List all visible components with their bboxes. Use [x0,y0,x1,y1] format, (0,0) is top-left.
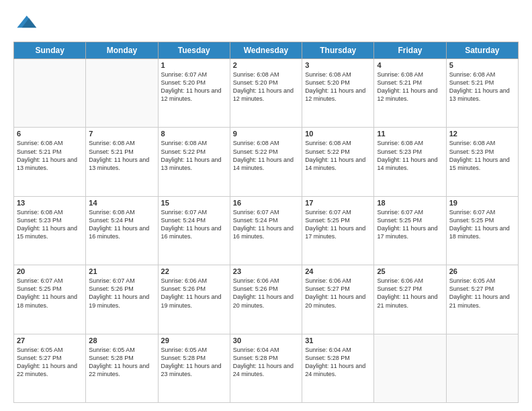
page: SundayMondayTuesdayWednesdayThursdayFrid… [0,0,532,411]
day-number: 5 [449,61,515,69]
calendar-cell: 9Sunrise: 6:08 AM Sunset: 5:22 PM Daylig… [230,128,302,196]
day-info: Sunrise: 6:05 AM Sunset: 5:27 PM Dayligh… [17,346,83,379]
day-info: Sunrise: 6:07 AM Sunset: 5:24 PM Dayligh… [161,208,227,241]
calendar-cell: 12Sunrise: 6:08 AM Sunset: 5:23 PM Dayli… [446,128,518,196]
day-number: 12 [449,130,515,138]
logo [13,11,38,35]
day-info: Sunrise: 6:05 AM Sunset: 5:28 PM Dayligh… [161,346,227,379]
calendar-cell: 22Sunrise: 6:06 AM Sunset: 5:26 PM Dayli… [158,265,230,334]
day-number: 16 [233,199,299,207]
calendar-week-row: 6Sunrise: 6:08 AM Sunset: 5:21 PM Daylig… [14,128,519,196]
day-info: Sunrise: 6:07 AM Sunset: 5:25 PM Dayligh… [377,208,443,241]
day-info: Sunrise: 6:08 AM Sunset: 5:21 PM Dayligh… [17,139,83,172]
day-info: Sunrise: 6:05 AM Sunset: 5:28 PM Dayligh… [89,346,154,379]
calendar-cell: 6Sunrise: 6:08 AM Sunset: 5:21 PM Daylig… [14,128,86,196]
calendar-cell: 27Sunrise: 6:05 AM Sunset: 5:27 PM Dayli… [14,334,86,402]
calendar-week-row: 1Sunrise: 6:07 AM Sunset: 5:20 PM Daylig… [14,59,519,128]
weekday-header: Sunday [14,42,86,59]
calendar-cell: 23Sunrise: 6:06 AM Sunset: 5:26 PM Dayli… [230,265,302,334]
calendar-table: SundayMondayTuesdayWednesdayThursdayFrid… [13,42,519,403]
day-number: 1 [161,61,227,69]
calendar-cell [86,59,158,128]
day-info: Sunrise: 6:08 AM Sunset: 5:23 PM Dayligh… [377,139,443,172]
day-info: Sunrise: 6:07 AM Sunset: 5:26 PM Dayligh… [89,277,154,310]
calendar-cell: 14Sunrise: 6:08 AM Sunset: 5:24 PM Dayli… [86,196,158,265]
day-number: 15 [161,199,227,207]
day-number: 27 [17,336,83,345]
day-info: Sunrise: 6:07 AM Sunset: 5:25 PM Dayligh… [305,208,371,241]
calendar-cell: 16Sunrise: 6:07 AM Sunset: 5:24 PM Dayli… [230,196,302,265]
day-info: Sunrise: 6:07 AM Sunset: 5:20 PM Dayligh… [161,71,227,103]
day-info: Sunrise: 6:08 AM Sunset: 5:23 PM Dayligh… [449,139,515,172]
day-number: 18 [377,199,443,207]
day-info: Sunrise: 6:08 AM Sunset: 5:20 PM Dayligh… [233,71,299,103]
calendar-cell: 24Sunrise: 6:06 AM Sunset: 5:27 PM Dayli… [302,265,374,334]
day-number: 31 [305,336,371,345]
weekday-header: Wednesday [230,42,302,59]
day-number: 10 [305,130,371,138]
day-number: 25 [377,267,443,275]
calendar-cell: 11Sunrise: 6:08 AM Sunset: 5:23 PM Dayli… [374,128,446,196]
day-info: Sunrise: 6:08 AM Sunset: 5:24 PM Dayligh… [89,208,154,241]
day-number: 17 [305,199,371,207]
day-info: Sunrise: 6:07 AM Sunset: 5:25 PM Dayligh… [449,208,515,241]
calendar-cell [14,59,86,128]
weekday-header: Friday [374,42,446,59]
day-info: Sunrise: 6:08 AM Sunset: 5:21 PM Dayligh… [449,71,515,103]
day-info: Sunrise: 6:08 AM Sunset: 5:22 PM Dayligh… [233,139,299,172]
day-info: Sunrise: 6:05 AM Sunset: 5:27 PM Dayligh… [449,277,515,310]
day-number: 7 [89,130,154,138]
day-number: 26 [449,267,515,275]
day-info: Sunrise: 6:06 AM Sunset: 5:26 PM Dayligh… [161,277,227,310]
weekday-header: Tuesday [158,42,230,59]
header [13,11,519,35]
day-number: 14 [89,199,154,207]
day-number: 19 [449,199,515,207]
day-info: Sunrise: 6:08 AM Sunset: 5:22 PM Dayligh… [161,139,227,172]
day-info: Sunrise: 6:07 AM Sunset: 5:25 PM Dayligh… [17,277,83,310]
calendar-cell: 25Sunrise: 6:06 AM Sunset: 5:27 PM Dayli… [374,265,446,334]
day-number: 8 [161,130,227,138]
calendar-week-row: 20Sunrise: 6:07 AM Sunset: 5:25 PM Dayli… [14,265,519,334]
calendar-cell: 17Sunrise: 6:07 AM Sunset: 5:25 PM Dayli… [302,196,374,265]
calendar-cell: 31Sunrise: 6:04 AM Sunset: 5:28 PM Dayli… [302,334,374,402]
calendar-cell: 4Sunrise: 6:08 AM Sunset: 5:21 PM Daylig… [374,59,446,128]
logo-icon [13,11,38,35]
day-number: 30 [233,336,299,345]
calendar-cell: 3Sunrise: 6:08 AM Sunset: 5:20 PM Daylig… [302,59,374,128]
day-info: Sunrise: 6:06 AM Sunset: 5:27 PM Dayligh… [305,277,371,310]
day-info: Sunrise: 6:06 AM Sunset: 5:26 PM Dayligh… [233,277,299,310]
calendar-week-row: 13Sunrise: 6:08 AM Sunset: 5:23 PM Dayli… [14,196,519,265]
calendar-cell [374,334,446,402]
calendar-week-row: 27Sunrise: 6:05 AM Sunset: 5:27 PM Dayli… [14,334,519,402]
day-info: Sunrise: 6:07 AM Sunset: 5:24 PM Dayligh… [233,208,299,241]
day-info: Sunrise: 6:08 AM Sunset: 5:23 PM Dayligh… [17,208,83,241]
calendar-cell: 1Sunrise: 6:07 AM Sunset: 5:20 PM Daylig… [158,59,230,128]
day-info: Sunrise: 6:08 AM Sunset: 5:20 PM Dayligh… [305,71,371,103]
day-number: 24 [305,267,371,275]
calendar-cell: 29Sunrise: 6:05 AM Sunset: 5:28 PM Dayli… [158,334,230,402]
day-info: Sunrise: 6:08 AM Sunset: 5:22 PM Dayligh… [305,139,371,172]
day-number: 29 [161,336,227,345]
day-number: 13 [17,199,83,207]
day-info: Sunrise: 6:08 AM Sunset: 5:21 PM Dayligh… [89,139,154,172]
calendar-cell: 15Sunrise: 6:07 AM Sunset: 5:24 PM Dayli… [158,196,230,265]
calendar-cell: 10Sunrise: 6:08 AM Sunset: 5:22 PM Dayli… [302,128,374,196]
day-info: Sunrise: 6:06 AM Sunset: 5:27 PM Dayligh… [377,277,443,310]
day-number: 6 [17,130,83,138]
calendar-cell [446,334,518,402]
calendar-cell: 8Sunrise: 6:08 AM Sunset: 5:22 PM Daylig… [158,128,230,196]
day-number: 9 [233,130,299,138]
calendar-header: SundayMondayTuesdayWednesdayThursdayFrid… [14,42,519,59]
day-info: Sunrise: 6:04 AM Sunset: 5:28 PM Dayligh… [305,346,371,379]
day-info: Sunrise: 6:04 AM Sunset: 5:28 PM Dayligh… [233,346,299,379]
calendar-cell: 20Sunrise: 6:07 AM Sunset: 5:25 PM Dayli… [14,265,86,334]
day-number: 4 [377,61,443,69]
calendar-cell: 13Sunrise: 6:08 AM Sunset: 5:23 PM Dayli… [14,196,86,265]
calendar-cell: 19Sunrise: 6:07 AM Sunset: 5:25 PM Dayli… [446,196,518,265]
day-number: 21 [89,267,154,275]
weekday-header: Saturday [446,42,518,59]
calendar-cell: 18Sunrise: 6:07 AM Sunset: 5:25 PM Dayli… [374,196,446,265]
calendar-body: 1Sunrise: 6:07 AM Sunset: 5:20 PM Daylig… [14,59,519,403]
weekday-row: SundayMondayTuesdayWednesdayThursdayFrid… [14,42,519,59]
